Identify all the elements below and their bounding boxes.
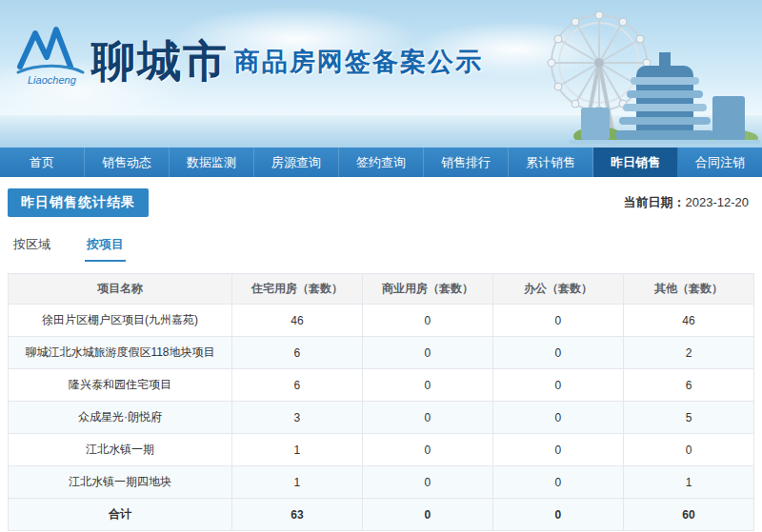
table-cell: 0	[362, 305, 492, 337]
table-cell: 60	[623, 499, 753, 531]
table-cell: 1	[623, 466, 753, 499]
table-cell: 0	[492, 466, 623, 499]
table-header: 项目名称住宅用房（套数）商业用房（套数）办公（套数）其他（套数）	[9, 274, 754, 305]
column-header: 住宅用房（套数）	[231, 274, 362, 305]
table-cell: 5	[623, 402, 753, 434]
table-cell: 0	[492, 402, 623, 434]
table-cell: 3	[231, 402, 362, 434]
current-date: 当前日期：2023-12-20	[624, 194, 755, 211]
table-cell: 46	[231, 305, 362, 337]
table-cell: 0	[362, 337, 492, 369]
table-cell: 0	[362, 434, 492, 466]
table-row: 江北水镇一期1000	[9, 434, 754, 466]
table-cell: 0	[623, 434, 753, 466]
table-cell: 0	[362, 369, 492, 402]
table-cell: 众成星光·朗悦府	[9, 402, 232, 434]
column-header: 办公（套数）	[492, 274, 623, 305]
table-cell: 0	[362, 466, 492, 499]
table-row: 江北水镇一期四地块1001	[9, 466, 754, 499]
table-row: 隆兴泰和园住宅项目6006	[9, 369, 754, 402]
table-cell: 0	[362, 402, 492, 434]
table-cell: 6	[623, 369, 753, 402]
nav-item-8[interactable]: 合同注销	[678, 148, 762, 177]
nav-item-0[interactable]: 首页	[0, 148, 85, 177]
nav-item-1[interactable]: 销售动态	[85, 148, 170, 177]
column-header: 商业用房（套数）	[362, 274, 492, 305]
column-header: 项目名称	[9, 274, 232, 305]
nav-item-6[interactable]: 累计销售	[509, 148, 593, 177]
table-row: 聊城江北水城旅游度假区118地块项目6002	[9, 337, 754, 369]
table-cell: 合计	[9, 499, 232, 531]
table-cell: 江北水镇一期四地块	[9, 466, 232, 499]
table-body: 徐田片区棚户区项目(九州嘉苑)460046聊城江北水城旅游度假区118地块项目6…	[9, 305, 754, 531]
site-subtitle: 商品房网签备案公示	[234, 48, 483, 76]
tab-1[interactable]: 按项目	[85, 232, 126, 262]
banner-title: 聊城市商品房网签备案公示	[91, 32, 483, 91]
building-illustration	[570, 49, 760, 148]
table-row: 徐田片区棚户区项目(九州嘉苑)460046	[9, 305, 754, 337]
content-area: 昨日销售统计结果 当前日期：2023-12-20 按区域按项目 项目名称住宅用房…	[0, 177, 762, 531]
total-row: 合计630060	[9, 499, 754, 531]
site-banner: Liaocheng 聊城市商品房网签备案公示	[0, 0, 762, 148]
table-cell: 2	[623, 337, 753, 369]
nav-item-3[interactable]: 房源查询	[254, 148, 339, 177]
table-cell: 0	[492, 369, 623, 402]
table-cell: 46	[623, 305, 753, 337]
table-cell: 1	[231, 434, 362, 466]
current-date-label: 当前日期：	[624, 195, 686, 209]
table-cell: 6	[231, 369, 362, 402]
current-date-value: 2023-12-20	[686, 195, 750, 209]
sales-table: 项目名称住宅用房（套数）商业用房（套数）办公（套数）其他（套数） 徐田片区棚户区…	[8, 273, 754, 531]
nav-item-7[interactable]: 昨日销售	[593, 148, 678, 177]
table-cell: 1	[231, 466, 362, 499]
main-nav: 首页销售动态数据监测房源查询签约查询销售排行累计销售昨日销售合同注销	[0, 148, 762, 177]
table-cell: 0	[492, 337, 623, 369]
page-title: 昨日销售统计结果	[8, 188, 149, 217]
table-cell: 江北水镇一期	[9, 434, 232, 466]
view-tabs: 按区域按项目	[11, 232, 751, 262]
table-cell: 聊城江北水城旅游度假区118地块项目	[9, 337, 232, 369]
table-cell: 0	[492, 305, 623, 337]
table-cell: 0	[492, 434, 623, 466]
column-header: 其他（套数）	[623, 274, 753, 305]
table-cell: 0	[362, 499, 492, 531]
table-cell: 6	[231, 337, 362, 369]
table-cell: 徐田片区棚户区项目(九州嘉苑)	[9, 305, 232, 337]
site-logo: Liaocheng	[15, 25, 86, 91]
nav-item-2[interactable]: 数据监测	[170, 148, 254, 177]
table-cell: 隆兴泰和园住宅项目	[9, 369, 232, 402]
site-name: 聊城市	[91, 35, 229, 87]
table-cell: 0	[492, 499, 623, 531]
logo-text: Liaocheng	[28, 74, 77, 86]
nav-item-4[interactable]: 签约查询	[339, 148, 424, 177]
nav-item-5[interactable]: 销售排行	[424, 148, 509, 177]
table-cell: 63	[231, 499, 362, 531]
table-row: 众成星光·朗悦府3005	[9, 402, 754, 434]
tab-0[interactable]: 按区域	[11, 232, 52, 262]
